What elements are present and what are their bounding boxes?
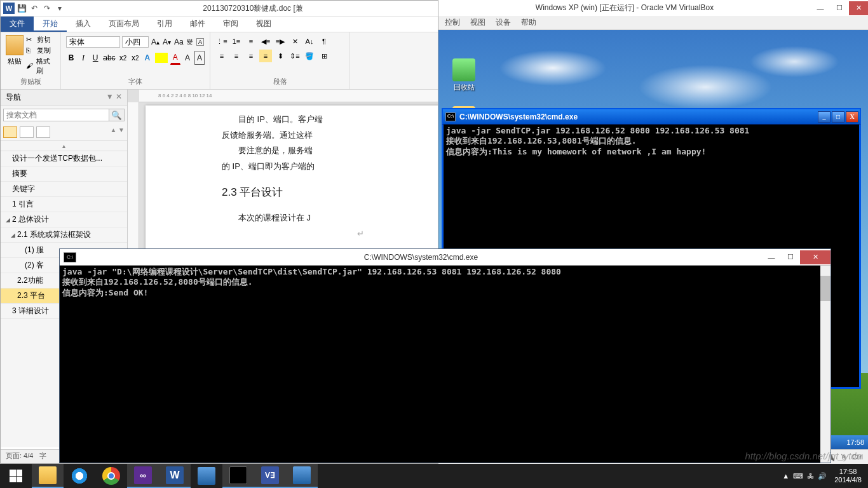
nav-item[interactable]: ◢ 2.1 系统或算法框架设	[1, 227, 127, 243]
undo-icon[interactable]: ↶	[29, 3, 40, 14]
vbox-menu-control[interactable]: 控制	[445, 17, 460, 28]
nav-item[interactable]: 关键字	[1, 182, 127, 197]
taskbar-explorer[interactable]	[32, 464, 64, 488]
nav-chevron-icon[interactable]: ▲ ▼	[110, 126, 125, 138]
nav-search-input[interactable]	[3, 109, 109, 121]
word-count-status[interactable]: 字	[39, 451, 46, 462]
multilevel-icon[interactable]: ≡	[245, 35, 257, 48]
font-color-button[interactable]: A	[170, 51, 180, 65]
paste-button[interactable]: 粘贴	[6, 35, 24, 76]
tab-mailings[interactable]: 邮件	[181, 17, 214, 32]
taskbar-vbox-mgr[interactable]	[191, 464, 222, 488]
cut-button[interactable]: ✂剪切	[26, 35, 55, 44]
nav-item[interactable]: 设计一个发送TCP数据包...	[1, 151, 127, 166]
host-cmd-titlebar[interactable]: C:\ C:\WINDOWS\system32\cmd.exe — ☐ ✕	[60, 249, 831, 266]
taskbar-vs[interactable]: ∞	[127, 464, 159, 488]
host-cmd-window[interactable]: C:\ C:\WINDOWS\system32\cmd.exe — ☐ ✕ ja…	[59, 248, 831, 463]
tray-volume-icon[interactable]: 🔊	[818, 472, 827, 480]
format-painter-button[interactable]: 🖌格式刷	[26, 57, 55, 76]
save-icon[interactable]: 💾	[16, 3, 27, 14]
tray-keyboard-icon[interactable]: ⌨	[793, 472, 803, 480]
tray-up-icon[interactable]: ▲	[782, 472, 789, 480]
bold-button[interactable]: B	[66, 51, 76, 65]
decrease-indent-icon[interactable]: ◀≡	[259, 35, 272, 48]
line-spacing-icon[interactable]: ⇕≡	[288, 50, 301, 62]
minimize-button[interactable]: —	[811, 1, 830, 15]
minimize-button[interactable]: —	[762, 250, 781, 264]
align-right-icon[interactable]: ≡	[245, 50, 257, 62]
subscript-button[interactable]: x2	[118, 51, 128, 65]
clear-format-icon[interactable]: A	[196, 35, 205, 49]
asian-layout-icon[interactable]: ✕	[288, 35, 301, 48]
xp-minimize-button[interactable]: _	[818, 111, 831, 123]
nav-pages-tab[interactable]	[20, 126, 34, 138]
numbering-icon[interactable]: 1≡	[230, 35, 243, 48]
nav-item[interactable]: ◢ 2 总体设计	[1, 212, 127, 227]
distributed-icon[interactable]: ⬍	[274, 50, 287, 62]
vbox-menu-help[interactable]: 帮助	[521, 17, 536, 28]
taskbar-chrome[interactable]	[95, 464, 127, 488]
vbox-menu-view[interactable]: 视图	[470, 17, 485, 28]
redo-icon[interactable]: ↷	[41, 3, 53, 14]
phonetic-icon[interactable]: 變	[186, 35, 194, 49]
borders-icon[interactable]: ⊞	[318, 50, 330, 62]
page-number-status[interactable]: 页面: 4/4	[6, 451, 33, 462]
bullets-icon[interactable]: ⋮≡	[215, 35, 228, 48]
taskbar-ie[interactable]	[64, 464, 95, 488]
highlight-button[interactable]	[154, 51, 168, 65]
tab-home[interactable]: 开始	[34, 17, 67, 32]
xp-close-button[interactable]: X	[846, 111, 858, 123]
nav-item[interactable]: 摘要	[1, 166, 127, 182]
vbox-menu-devices[interactable]: 设备	[496, 17, 511, 28]
tab-review[interactable]: 审阅	[214, 17, 247, 32]
copy-button[interactable]: ⎘复制	[26, 46, 55, 55]
increase-indent-icon[interactable]: ≡▶	[274, 35, 287, 48]
close-button[interactable]: ✕	[800, 250, 831, 264]
nav-headings-tab[interactable]	[3, 126, 17, 138]
taskbar-visio[interactable]: V∃	[254, 464, 286, 488]
italic-button[interactable]: I	[78, 51, 88, 65]
align-center-icon[interactable]: ≡	[230, 50, 243, 62]
start-button[interactable]	[0, 464, 32, 488]
scrollbar-thumb[interactable]	[820, 276, 831, 301]
shrink-font-icon[interactable]: A▾	[162, 35, 172, 49]
text-effects-icon[interactable]: A	[142, 51, 153, 65]
host-cmd-scrollbar[interactable]	[820, 266, 831, 463]
close-button[interactable]: ✕	[849, 1, 868, 15]
taskbar-vbox-vm[interactable]	[286, 464, 318, 488]
recycle-bin-icon[interactable]: 回收站	[445, 58, 483, 92]
taskbar-word[interactable]: W	[159, 464, 191, 488]
show-marks-icon[interactable]: ¶	[318, 35, 330, 48]
grow-font-icon[interactable]: A▴	[151, 35, 160, 49]
font-name-select[interactable]	[66, 36, 120, 48]
underline-button[interactable]: U	[90, 51, 100, 65]
char-border-icon[interactable]: A	[194, 51, 205, 65]
xp-maximize-button[interactable]: □	[832, 111, 844, 123]
tab-insert[interactable]: 插入	[67, 17, 100, 32]
tray-network-icon[interactable]: 🖧	[807, 472, 814, 480]
taskbar-cmd[interactable]	[222, 464, 254, 488]
xp-cmd-titlebar[interactable]: C:\ C:\WINDOWS\system32\cmd.exe _ □ X	[442, 108, 861, 125]
maximize-button[interactable]: ☐	[781, 250, 800, 264]
tab-layout[interactable]: 页面布局	[100, 17, 148, 32]
char-shading-icon[interactable]: A	[182, 51, 193, 65]
nav-results-tab[interactable]	[36, 126, 50, 138]
strikethrough-button[interactable]: abc	[102, 51, 116, 65]
nav-collapse-bar[interactable]: ▴	[1, 141, 127, 151]
sort-icon[interactable]: A↓	[303, 35, 316, 48]
justify-icon[interactable]: ≡	[259, 50, 272, 62]
tab-file[interactable]: 文件	[1, 17, 34, 32]
superscript-button[interactable]: x2	[130, 51, 140, 65]
nav-item[interactable]: 1 引言	[1, 197, 127, 212]
tab-references[interactable]: 引用	[148, 17, 181, 32]
align-left-icon[interactable]: ≡	[215, 50, 228, 62]
change-case-icon[interactable]: Aa	[173, 35, 184, 49]
tab-view[interactable]: 视图	[247, 17, 280, 32]
qat-dropdown-icon[interactable]: ▾	[54, 3, 65, 14]
taskbar-clock[interactable]: 17:58 2014/4/8	[831, 468, 865, 484]
shading-icon[interactable]: 🪣	[303, 50, 316, 62]
search-icon[interactable]: 🔍	[109, 109, 125, 121]
font-size-select[interactable]	[122, 36, 149, 48]
maximize-button[interactable]: ☐	[830, 1, 849, 15]
nav-pane-dropdown-icon[interactable]: ▼ ✕	[106, 92, 122, 103]
